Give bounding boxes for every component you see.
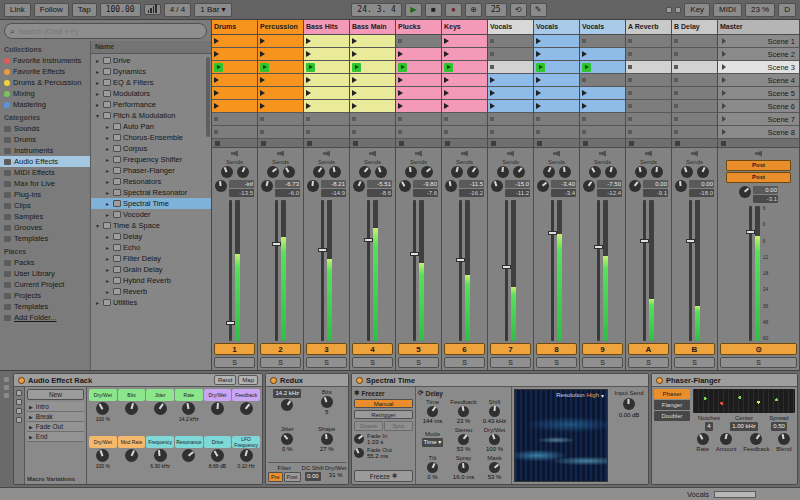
send-b-knob[interactable] — [513, 166, 525, 178]
clip-slot[interactable] — [212, 48, 257, 61]
macro-name[interactable]: Jitter — [146, 389, 174, 401]
clip-stop-button[interactable] — [534, 139, 579, 148]
clip-slot[interactable] — [534, 48, 579, 61]
send-b-knob[interactable] — [559, 166, 571, 178]
device-power-toggle[interactable] — [656, 377, 663, 384]
macro-knob[interactable] — [125, 449, 138, 462]
clip-slot[interactable] — [396, 126, 441, 139]
device-power-toggle[interactable] — [356, 377, 363, 384]
clip-slot[interactable] — [672, 126, 717, 139]
variation-end[interactable]: ▶End — [27, 432, 84, 442]
clip-slot[interactable] — [442, 48, 487, 61]
clip-slot[interactable] — [488, 61, 533, 74]
clip-slot[interactable] — [534, 113, 579, 126]
send-a-knob[interactable] — [589, 166, 601, 178]
device-power-toggle[interactable] — [18, 377, 25, 384]
macro-knob[interactable] — [154, 402, 167, 415]
fade-out-knob[interactable] — [354, 448, 364, 458]
clip-stop-button[interactable] — [626, 139, 671, 148]
track-activator[interactable]: 2 — [260, 343, 301, 355]
track-activator[interactable]: 7 — [490, 343, 531, 355]
variation-intro[interactable]: ▶Intro — [27, 402, 84, 412]
clip-slot[interactable] — [212, 35, 257, 48]
metronome-icon[interactable] — [144, 4, 161, 15]
clip-stop-button[interactable] — [488, 139, 533, 148]
clip-slot[interactable] — [258, 61, 303, 74]
fader-handle[interactable] — [640, 239, 649, 243]
solo-button[interactable]: S — [352, 357, 393, 368]
tempo-follow-button[interactable]: Follow — [34, 3, 69, 17]
clip-slot[interactable] — [626, 87, 671, 100]
pan-knob[interactable] — [353, 180, 365, 192]
send-b-knob[interactable] — [467, 166, 479, 178]
clip-slot[interactable] — [672, 113, 717, 126]
send-b-knob[interactable] — [375, 166, 387, 178]
send-a-knob[interactable] — [267, 166, 279, 178]
clip-slot[interactable] — [534, 74, 579, 87]
tree-item-chorus-ensemble[interactable]: ▸Chorus-Ensemble — [91, 132, 211, 143]
peak-level-value[interactable]: -8.6 — [367, 189, 392, 197]
sidebar-item-midi-effects[interactable]: MIDI Effects — [0, 167, 90, 178]
fade-in-knob[interactable] — [354, 434, 364, 444]
clip-slot[interactable] — [396, 74, 441, 87]
sidebar-item-instruments[interactable]: Instruments — [0, 145, 90, 156]
macro-name[interactable]: Dry/Wet — [89, 436, 117, 448]
solo-button[interactable]: S — [306, 357, 347, 368]
fader-handle[interactable] — [364, 238, 373, 242]
spread-value[interactable]: 0.50 — [771, 422, 787, 431]
pan-knob[interactable] — [261, 180, 273, 192]
center-value[interactable]: 1.00 kHz — [730, 422, 758, 431]
fader-handle[interactable] — [746, 230, 755, 234]
stop-all-clips-button[interactable] — [718, 139, 799, 148]
tree-item-spectral-resonator[interactable]: ▸Spectral Resonator — [91, 187, 211, 198]
key-map-button[interactable]: Key — [684, 3, 710, 17]
send-a-knob[interactable] — [451, 166, 463, 178]
feedback-knob[interactable] — [750, 433, 762, 445]
resolution-selector[interactable]: Resolution High ▾ — [556, 392, 604, 399]
tree-item-corpus[interactable]: ▸Corpus — [91, 143, 211, 154]
peak-level-value[interactable]: -7.6 — [413, 189, 438, 197]
send-a-knob[interactable] — [681, 166, 693, 178]
track-header[interactable]: Vocals — [488, 20, 533, 35]
tree-item-pitch-modulation[interactable]: ▾Pitch & Modulation — [91, 110, 211, 121]
freeze-button[interactable]: Freeze ✱ — [354, 470, 413, 482]
device-power-toggle[interactable] — [270, 377, 277, 384]
track-header[interactable]: Bass Main — [350, 20, 395, 35]
rate-knob[interactable] — [697, 433, 709, 445]
scene-slot-7[interactable]: Scene 7 — [718, 113, 799, 126]
clip-slot[interactable] — [304, 126, 349, 139]
scene-slot-1[interactable]: Scene 1 — [718, 35, 799, 48]
macro-value[interactable]: 14.2 kHz — [179, 416, 199, 422]
track-header[interactable]: A Reverb — [626, 20, 671, 35]
clip-slot[interactable] — [304, 35, 349, 48]
fader-handle[interactable] — [456, 258, 465, 262]
midi-map-button[interactable]: MIDI — [713, 3, 742, 17]
cpu-meter[interactable]: 23 % — [745, 3, 775, 17]
tree-item-frequency-shifter[interactable]: ▸Frequency Shifter — [91, 154, 211, 165]
track-activator[interactable]: 1 — [214, 343, 255, 355]
track-header[interactable]: Keys — [442, 20, 487, 35]
clip-slot[interactable] — [580, 74, 625, 87]
clip-slot[interactable] — [258, 35, 303, 48]
jitter-value[interactable]: 0 % — [282, 446, 292, 452]
clip-slot[interactable] — [212, 74, 257, 87]
clip-slot[interactable] — [580, 48, 625, 61]
clip-slot[interactable] — [442, 74, 487, 87]
clip-slot[interactable] — [488, 74, 533, 87]
arrangement-position[interactable]: 24. 3. 4 — [351, 3, 402, 17]
sidebar-item-favorite-instruments[interactable]: Favorite Instruments — [0, 55, 90, 66]
sidebar-item-grooves[interactable]: Grooves — [0, 222, 90, 233]
tree-item-eq-filters[interactable]: ▸EQ & Filters — [91, 77, 211, 88]
clip-stop-button[interactable] — [212, 139, 257, 148]
delay-dry-wet-knob[interactable] — [489, 434, 500, 445]
delay-stereo-knob[interactable] — [458, 434, 469, 445]
clip-slot[interactable] — [304, 113, 349, 126]
clip-slot[interactable] — [626, 35, 671, 48]
new-variation-button[interactable]: New — [27, 389, 84, 400]
clip-slot[interactable] — [672, 100, 717, 113]
clip-slot[interactable] — [488, 48, 533, 61]
sidebar-item-templates[interactable]: Templates — [0, 301, 90, 312]
clip-slot[interactable] — [442, 87, 487, 100]
macro-name[interactable]: Bits — [118, 389, 146, 401]
clip-slot[interactable] — [304, 48, 349, 61]
